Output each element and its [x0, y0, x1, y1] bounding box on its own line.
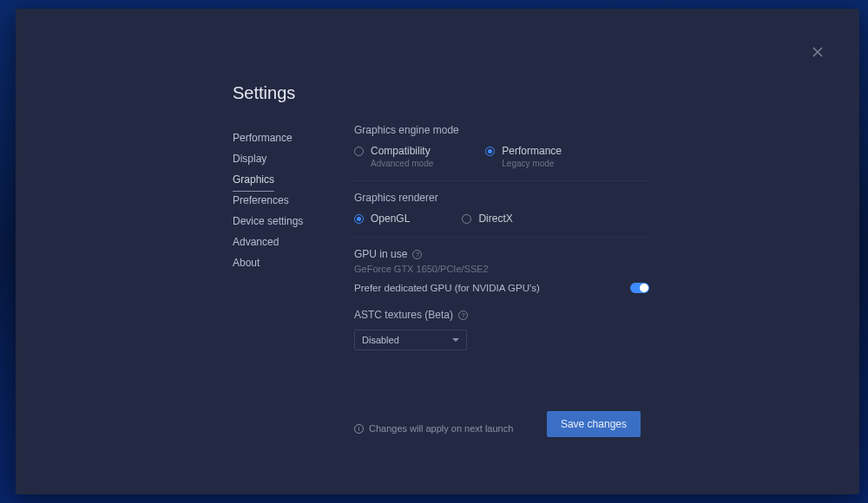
gpu-name-value: GeForce GTX 1650/PCIe/SSE2	[354, 264, 649, 274]
renderer-option-opengl[interactable]: OpenGL	[354, 212, 410, 225]
radio-sublabel: Advanced mode	[371, 159, 433, 168]
close-button[interactable]	[809, 43, 826, 61]
graphics-engine-label: Graphics engine mode	[354, 124, 649, 136]
radio-icon	[462, 214, 471, 224]
desktop-background-edge	[2, 0, 12, 503]
astc-textures-label: ASTC textures (Beta)	[354, 309, 453, 321]
save-changes-button[interactable]: Save changes	[547, 411, 641, 437]
sidebar-item-device-settings[interactable]: Device settings	[233, 210, 303, 232]
radio-label: DirectX	[478, 212, 512, 225]
engine-option-compatibility[interactable]: Compatibility Advanced mode	[354, 145, 433, 168]
radio-label: Performance	[502, 145, 562, 157]
settings-modal: Settings Performance Display Graphics Pr…	[16, 9, 859, 494]
sidebar-item-performance[interactable]: Performance	[233, 127, 293, 149]
app-logo-fragment	[3, 0, 38, 7]
radio-sublabel: Legacy mode	[502, 159, 562, 168]
gpu-in-use-label: GPU in use	[354, 248, 407, 260]
section-divider	[354, 180, 649, 181]
info-icon[interactable]: ?	[412, 250, 422, 259]
radio-icon	[354, 147, 364, 156]
sidebar-item-preferences[interactable]: Preferences	[233, 189, 289, 212]
info-icon: i	[354, 424, 364, 434]
select-value: Disabled	[362, 335, 399, 345]
section-divider	[354, 237, 649, 238]
radio-icon	[354, 214, 364, 224]
engine-option-performance[interactable]: Performance Legacy mode	[485, 145, 562, 168]
graphics-renderer-label: Graphics renderer	[354, 192, 649, 204]
renderer-option-directx[interactable]: DirectX	[462, 212, 512, 225]
page-title: Settings	[233, 83, 807, 103]
astc-textures-select[interactable]: Disabled	[354, 330, 467, 350]
radio-icon	[485, 147, 495, 156]
sidebar-item-display[interactable]: Display	[233, 147, 266, 170]
radio-label: Compatibility	[371, 145, 431, 157]
prefer-dedicated-gpu-label: Prefer dedicated GPU (for NVIDIA GPU's)	[354, 283, 540, 293]
radio-label: OpenGL	[371, 212, 410, 225]
chevron-down-icon	[452, 336, 459, 343]
footer-note: i Changes will apply on next launch	[354, 423, 513, 434]
sidebar-item-about[interactable]: About	[233, 252, 260, 274]
settings-main-panel: Graphics engine mode Compatibility Advan…	[354, 124, 649, 350]
settings-sidebar: Performance Display Graphics Preferences…	[233, 124, 354, 350]
info-icon[interactable]: ?	[458, 310, 468, 320]
sidebar-item-graphics[interactable]: Graphics	[233, 168, 274, 192]
prefer-dedicated-gpu-toggle[interactable]	[630, 283, 649, 293]
sidebar-item-advanced[interactable]: Advanced	[233, 231, 279, 253]
close-icon	[812, 47, 823, 57]
